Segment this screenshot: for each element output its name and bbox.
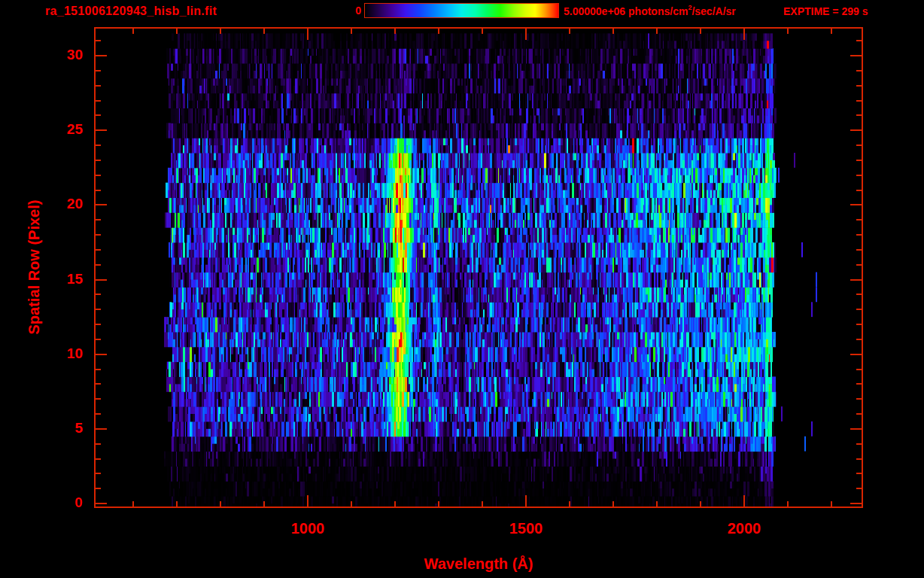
x-axis-tick: [787, 501, 789, 507]
y-axis-tick: [850, 428, 862, 430]
y-axis-tick: [856, 144, 862, 146]
file-title: ra_151006120943_hisb_lin.fit: [45, 5, 217, 18]
x-axis-tick: [569, 501, 570, 507]
x-axis-tick: [263, 29, 265, 34]
x-axis-tick: [176, 501, 178, 507]
y-axis-tick: [856, 294, 862, 295]
y-axis-tick: [96, 279, 107, 281]
x-tick-label: 1500: [492, 520, 560, 537]
x-axis-tick: [612, 29, 614, 34]
x-axis-tick: [482, 501, 483, 507]
exptime-label: EXPTIME = 299 s: [783, 5, 868, 17]
y-axis-tick: [856, 458, 862, 460]
x-axis-tick: [700, 501, 701, 507]
y-axis-tick: [856, 190, 862, 191]
y-axis-tick: [850, 204, 862, 205]
y-axis-tick: [856, 473, 862, 474]
y-axis-tick: [96, 473, 101, 474]
colorbar-min-label: 0: [330, 5, 361, 17]
y-axis-tick: [856, 398, 862, 400]
y-axis-tick: [856, 488, 862, 489]
y-tick-label: 0: [42, 494, 83, 511]
y-axis-tick: [850, 503, 862, 504]
y-axis-tick: [856, 175, 862, 176]
y-axis-tick: [856, 160, 862, 161]
x-tick-label: 1000: [274, 520, 342, 537]
x-tick-label: 2000: [710, 520, 778, 537]
y-axis-tick: [96, 458, 101, 460]
x-axis-tick: [351, 501, 352, 507]
x-axis-tick: [787, 29, 789, 34]
y-axis-tick: [856, 85, 862, 87]
x-axis-tick: [656, 29, 658, 34]
y-axis-tick: [96, 160, 101, 161]
y-axis-tick: [96, 354, 107, 355]
y-tick-label: 5: [42, 420, 83, 437]
y-axis-tick: [856, 40, 862, 41]
y-axis-tick: [96, 294, 101, 295]
y-axis-tick: [856, 249, 862, 251]
y-axis-tick: [96, 55, 107, 56]
y-axis-tick: [96, 443, 101, 445]
y-axis-tick: [96, 234, 101, 236]
y-axis-tick: [96, 144, 101, 146]
y-axis-tick: [856, 383, 862, 385]
y-axis-tick: [96, 40, 101, 41]
x-axis-tick: [132, 29, 134, 34]
y-axis-tick: [96, 503, 107, 504]
y-axis-tick: [96, 383, 101, 385]
y-axis-tick: [96, 190, 101, 191]
x-axis-tick: [394, 501, 396, 507]
colorbar-units-suffix: /sec/A/sr: [691, 5, 735, 17]
x-axis-tick: [743, 495, 745, 507]
y-axis-tick: [856, 219, 862, 221]
x-axis-tick: [220, 29, 221, 34]
colorbar-max-value: 5.00000e+06 photons/cm: [564, 5, 688, 17]
y-tick-label: 20: [42, 196, 83, 212]
y-axis-tick: [856, 100, 862, 102]
y-axis-tick: [96, 488, 101, 489]
y-axis-tick: [856, 309, 862, 310]
y-axis-tick: [856, 339, 862, 340]
y-axis-tick: [96, 369, 101, 370]
y-axis-tick: [96, 219, 101, 221]
x-axis-tick: [438, 29, 439, 34]
y-axis-tick: [856, 369, 862, 370]
x-axis-tick: [176, 29, 178, 34]
x-axis-tick: [307, 495, 309, 507]
y-axis-tick: [856, 70, 862, 71]
y-axis-tick: [850, 55, 862, 56]
x-axis-tick: [351, 29, 352, 34]
y-axis-tick: [96, 428, 107, 430]
x-axis-label: Wavelength (Å): [424, 555, 533, 573]
y-axis-tick: [96, 249, 101, 251]
y-tick-label: 25: [42, 121, 83, 138]
x-axis-tick: [263, 501, 265, 507]
y-axis-tick: [856, 264, 862, 266]
x-axis-tick: [743, 29, 745, 40]
y-axis-tick: [850, 354, 862, 355]
y-axis-tick: [96, 114, 101, 116]
x-axis-tick: [482, 29, 483, 34]
spectral-heatmap-canvas: [96, 29, 862, 507]
colorbar: [364, 3, 559, 18]
x-axis-tick: [525, 495, 527, 507]
y-axis-tick: [96, 85, 101, 87]
y-tick-label: 30: [42, 47, 83, 63]
y-axis-tick: [850, 279, 862, 281]
x-axis-tick: [220, 501, 221, 507]
x-axis-tick: [831, 501, 832, 507]
y-axis-tick: [96, 264, 101, 266]
x-axis-tick: [612, 501, 614, 507]
y-axis-tick: [856, 413, 862, 415]
x-axis-tick: [656, 501, 658, 507]
y-axis-tick: [96, 339, 101, 340]
y-axis-label: Spatial Row (Pixel): [26, 200, 43, 335]
y-axis-tick: [96, 324, 101, 325]
x-axis-tick: [831, 29, 832, 34]
y-axis-tick: [856, 234, 862, 236]
y-axis-tick: [96, 100, 101, 102]
colorbar-superscript: 2: [688, 4, 691, 11]
x-axis-tick: [394, 29, 396, 34]
x-axis-tick: [700, 29, 701, 34]
